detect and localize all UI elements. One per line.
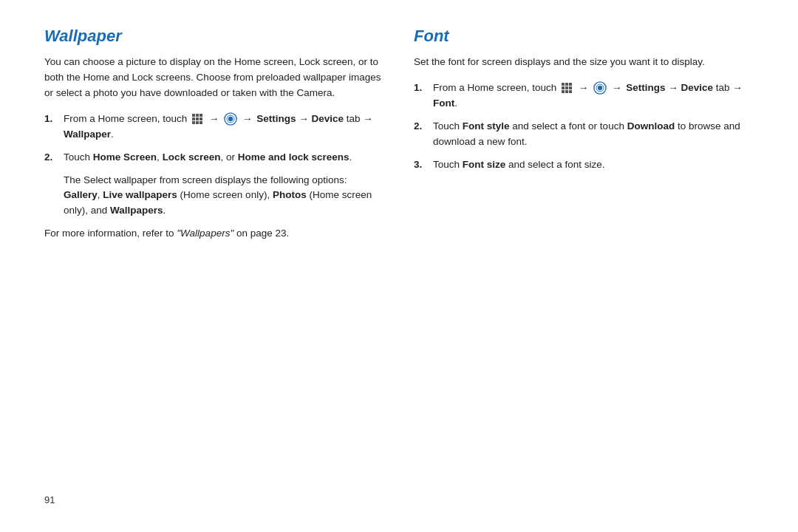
font-step1-settings: Settings bbox=[626, 82, 665, 93]
font-step2-content: Touch Font style and select a font or to… bbox=[433, 119, 754, 150]
wallpaper-section: Wallpaper You can choose a picture to di… bbox=[44, 27, 384, 482]
svg-rect-7 bbox=[196, 121, 199, 124]
font-step3-number: 3. bbox=[414, 157, 430, 173]
font-step1-period: . bbox=[454, 98, 457, 109]
wallpaper-step1-device: Device bbox=[311, 113, 344, 124]
wallpaper-step2-touch: Touch bbox=[64, 151, 90, 163]
font-size-label: Font size bbox=[463, 159, 506, 170]
font-step1-number: 1. bbox=[414, 81, 430, 96]
svg-rect-14 bbox=[569, 83, 572, 86]
font-section: Font Set the font for screen displays an… bbox=[414, 27, 754, 482]
live-wallpapers-label: Live wallpapers bbox=[103, 189, 177, 200]
wallpaper-step1-arrow1: → bbox=[209, 113, 219, 124]
page-number: 91 bbox=[44, 494, 55, 505]
font-grid-icon bbox=[560, 81, 573, 95]
font-step1-arrow2: → bbox=[612, 82, 622, 93]
wallpaper-footer-note: For more information, refer to "Wallpape… bbox=[44, 226, 384, 242]
font-step1-font: Font bbox=[433, 98, 454, 109]
svg-rect-17 bbox=[569, 86, 572, 89]
font-step1-tab-text: tab bbox=[716, 82, 733, 93]
font-title: Font bbox=[414, 27, 754, 46]
wallpaper-step1-tab-arrow: → bbox=[363, 113, 373, 124]
photos-label: Photos bbox=[273, 189, 307, 200]
svg-rect-12 bbox=[562, 83, 565, 86]
wallpaper-sub-content: The Select wallpaper from screen display… bbox=[64, 173, 384, 219]
wallpaper-step2-comma2: , bbox=[220, 151, 223, 163]
svg-rect-15 bbox=[562, 86, 565, 89]
svg-rect-2 bbox=[200, 114, 202, 117]
font-step1-arrow3: → bbox=[668, 82, 681, 93]
font-intro: Set the font for screen displays and the… bbox=[414, 55, 754, 70]
svg-rect-20 bbox=[569, 90, 572, 93]
font-step1-tab-arrow: → bbox=[732, 82, 743, 93]
wallpaper-step1-arrow3: → bbox=[299, 113, 311, 124]
font-style-label: Font style bbox=[463, 120, 510, 132]
wallpaper-step1-settings: Settings bbox=[256, 113, 296, 124]
wallpaper-step1-period: . bbox=[111, 129, 114, 140]
wallpaper-step2-or: or bbox=[226, 151, 235, 163]
wallpaper-title: Wallpaper bbox=[44, 27, 384, 46]
grid-icon bbox=[191, 112, 204, 126]
svg-rect-19 bbox=[565, 90, 568, 93]
wallpaper-step2-home-screen: Home Screen bbox=[93, 151, 157, 163]
wallpaper-step2-period: . bbox=[349, 151, 352, 163]
svg-rect-0 bbox=[192, 114, 195, 117]
svg-rect-3 bbox=[192, 117, 195, 120]
wallpaper-step1-wallpaper: Wallpaper bbox=[64, 129, 111, 140]
wallpaper-step-2: 2. Touch Home Screen, Lock screen, or Ho… bbox=[44, 150, 384, 166]
wallpaper-step2-home-and-lock: Home and lock screens bbox=[238, 151, 349, 163]
svg-rect-18 bbox=[562, 90, 565, 93]
svg-point-22 bbox=[598, 86, 602, 90]
wallpaper-step1-number: 1. bbox=[44, 112, 61, 127]
font-step-2: 2. Touch Font style and select a font or… bbox=[414, 119, 754, 150]
wallpaper-step2-content: Touch Home Screen, Lock screen, or Home … bbox=[64, 150, 384, 166]
wallpaper-step1-text-before: From a Home screen, touch bbox=[64, 113, 187, 124]
font-step2-number: 2. bbox=[414, 119, 430, 134]
svg-point-10 bbox=[228, 117, 233, 121]
svg-rect-13 bbox=[565, 83, 568, 86]
wallpaper-step1-content: From a Home screen, touch bbox=[64, 112, 384, 143]
wallpaper-step1-tab-text: tab bbox=[347, 113, 364, 124]
font-step1-device: Device bbox=[681, 82, 713, 93]
wallpaper-intro: You can choose a picture to display on t… bbox=[44, 55, 384, 101]
font-steps: 1. From a Home screen, touch bbox=[414, 81, 754, 173]
columns: Wallpaper You can choose a picture to di… bbox=[44, 27, 754, 482]
wallpaper-steps: 1. From a Home screen, touch bbox=[44, 112, 384, 166]
wallpaper-step2-number: 2. bbox=[44, 150, 61, 166]
wallpapers-ref: "Wallpapers" bbox=[177, 228, 233, 239]
svg-rect-6 bbox=[192, 121, 195, 124]
wallpaper-step1-arrow2: → bbox=[242, 113, 253, 124]
svg-rect-5 bbox=[200, 117, 202, 120]
page-footer: 91 bbox=[44, 482, 754, 505]
svg-rect-1 bbox=[196, 114, 199, 117]
page-container: Wallpaper You can choose a picture to di… bbox=[0, 0, 798, 532]
gallery-label: Gallery bbox=[64, 189, 98, 200]
font-step-1: 1. From a Home screen, touch bbox=[414, 81, 754, 112]
svg-rect-4 bbox=[196, 117, 199, 120]
svg-rect-16 bbox=[565, 86, 568, 89]
wallpaper-step2-comma1: , bbox=[157, 151, 160, 163]
font-step1-text-before: From a Home screen, touch bbox=[433, 82, 556, 93]
font-settings-icon bbox=[593, 81, 607, 95]
font-step1-arrow1: → bbox=[579, 82, 589, 93]
wallpaper-step-1: 1. From a Home screen, touch bbox=[44, 112, 384, 143]
wallpapers-label: Wallpapers bbox=[110, 205, 163, 216]
download-label: Download bbox=[627, 120, 675, 132]
wallpaper-step2-lock-screen: Lock screen bbox=[163, 151, 221, 163]
font-step3-content: Touch Font size and select a font size. bbox=[433, 157, 754, 173]
svg-rect-8 bbox=[200, 121, 202, 124]
settings-icon bbox=[224, 112, 237, 126]
font-step-3: 3. Touch Font size and select a font siz… bbox=[414, 157, 754, 173]
font-step1-content: From a Home screen, touch bbox=[433, 81, 754, 112]
